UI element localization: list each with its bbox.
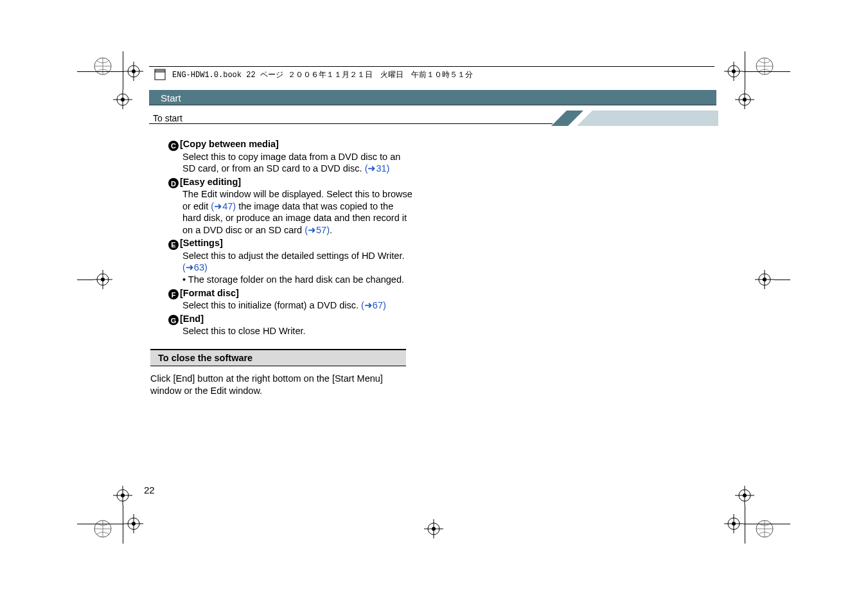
crop-line [745,505,745,544]
item-body-text: Select this to close HD Writer. [182,326,306,336]
crop-line [774,280,790,280]
globe-icon [755,519,774,538]
content-column: C[Copy between media] Select this to cop… [168,138,412,396]
badge-d-icon: D [168,178,179,188]
registration-mark-icon [424,519,443,538]
registration-mark-icon [124,514,143,533]
globe-icon [93,57,112,76]
crop-line [77,524,124,524]
crop-line [77,280,93,280]
registration-mark-icon [735,486,754,505]
item-settings: E[Settings] Select this to adjust the de… [168,237,412,285]
section-bar [149,90,716,105]
registration-mark-icon [724,62,743,81]
item-format-disc: F[Format disc] Select this to initialize… [168,287,412,312]
page-number: 22 [144,484,155,495]
badge-c-icon: C [168,141,179,151]
registration-mark-icon [93,270,112,289]
book-file-header: ENG-HDW1.0.book 22 ページ ２００６年１１月２１日 火曜日 午… [154,69,473,80]
globe-icon [93,519,112,538]
registration-mark-icon [113,90,132,109]
item-end: G[End] Select this to close HD Writer. [168,313,412,337]
crop-line [743,524,790,524]
close-section-body: Click [End] button at the right bottom o… [150,366,406,396]
registration-mark-icon [724,514,743,533]
subsection-rule [149,123,553,124]
page-ref-link[interactable]: (➜67) [361,300,386,310]
svg-marker-27 [577,111,718,126]
book-icon [154,69,166,80]
item-title: [Copy between media] [180,139,279,149]
crop-line [77,71,124,72]
item-body-text: Select this to initialize (format) a DVD… [182,300,361,310]
registration-mark-icon [113,486,132,505]
book-header-text: ENG-HDW1.0.book 22 ページ ２００６年１１月２１日 火曜日 午… [172,69,473,80]
item-copy-between-media: C[Copy between media] Select this to cop… [168,138,412,175]
registration-mark-icon [755,270,774,289]
item-title: [Format disc] [180,288,239,298]
item-title: [End] [180,314,204,324]
subsection-title: To start [153,113,182,123]
page-ref-link[interactable]: (➜63) [182,262,208,272]
crop-line [123,505,123,544]
registration-mark-icon [124,62,143,81]
page-ref-link[interactable]: (➜57) [305,225,330,235]
accent-stripe [551,111,718,126]
badge-f-icon: F [168,289,179,299]
crop-line [123,51,123,90]
item-easy-editing: D[Easy editing] The Edit window will be … [168,176,412,236]
registration-mark-icon [735,90,754,109]
page-ref-link[interactable]: (➜47) [211,201,236,211]
document-page: ENG-HDW1.0.book 22 ページ ２００６年１１月２１日 火曜日 午… [0,0,868,613]
section-title: Start [161,93,181,103]
globe-icon [755,57,774,76]
page-ref-link[interactable]: (➜31) [365,163,390,173]
crop-line [745,51,745,90]
badge-e-icon: E [168,240,179,250]
item-title: [Settings] [180,238,223,248]
badge-g-icon: G [168,315,179,325]
close-software-section: To close the software Click [End] button… [168,349,425,397]
item-body-text: Select this to adjust the detailed setti… [182,251,405,261]
bullet-note: The storage folder on the hard disk can … [168,274,412,286]
crop-line [743,71,790,72]
item-body-text: . [330,225,332,235]
close-section-header: To close the software [150,349,406,367]
svg-marker-28 [551,111,583,126]
header-rule [149,66,714,67]
item-title: [Easy editing] [180,177,241,187]
